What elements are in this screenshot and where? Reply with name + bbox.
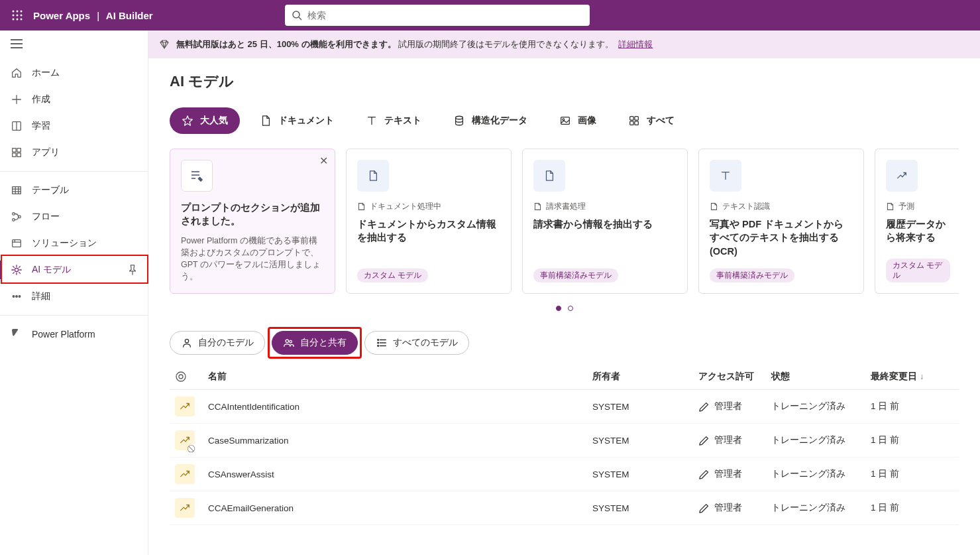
grid-icon [628,115,640,127]
pin-icon[interactable] [127,264,138,276]
table-row[interactable]: CSAnswerAssist SYSTEM 管理者 トレーニング済み 1 日 前 [170,458,959,491]
table-row[interactable]: CCAEmailGeneration SYSTEM 管理者 トレーニング済み 1… [170,491,959,525]
card-category: テキスト認識 [710,201,853,212]
cell-modified: 1 日 前 [871,502,970,514]
card-tag: 事前構築済みモデル [533,269,618,282]
svg-point-9 [293,11,299,18]
nav-item-solution[interactable]: ソリューション [0,230,148,257]
svg-point-45 [456,116,463,119]
search-input[interactable] [307,10,583,21]
category-pill-star[interactable]: 大人気 [170,107,240,134]
nav-item-flow[interactable]: フロー [0,204,148,230]
svg-rect-48 [630,117,633,120]
chip-label: 自分と共有 [300,337,347,349]
model-card[interactable]: ドキュメント処理中ドキュメントからカスタム情報を抽出するカスタム モデル [346,149,512,294]
cell-owner: SYSTEM [592,469,698,479]
table-row[interactable]: CaseSummarization SYSTEM 管理者 トレーニング済み 1 … [170,424,959,458]
nav-power-platform[interactable]: Power Platform [0,321,148,347]
global-search[interactable] [285,5,590,26]
image-icon [559,115,571,127]
nav-toggle[interactable] [0,31,148,57]
svg-line-39 [19,273,21,274]
nav-item-more[interactable]: 詳細 [0,283,148,310]
banner-link[interactable]: 詳細情報 [618,39,653,49]
card-type-icon [533,160,565,192]
app-launcher-icon[interactable] [7,5,28,26]
svg-line-38 [13,267,15,268]
card-title: プロンプトのセクションが追加されました。 [181,201,324,228]
svg-rect-18 [13,149,16,152]
category-pill-image[interactable]: 画像 [547,107,608,134]
model-card[interactable]: 請求書処理請求書から情報を抽出する事前構築済みモデル [522,149,688,294]
svg-rect-51 [635,121,638,125]
svg-line-40 [19,267,21,268]
svg-point-57 [290,340,292,343]
col-owner[interactable]: 所有者 [592,371,698,383]
svg-line-10 [299,17,301,20]
promo-card[interactable]: ✕プロンプトのセクションが追加されました。Power Platform の機能で… [170,149,335,294]
col-permission[interactable]: アクセス許可 [698,371,771,383]
table-row[interactable]: CCAIntentIdentification SYSTEM 管理者 トレーニン… [170,390,959,424]
nav-item-plus[interactable]: 作成 [0,86,148,113]
type-column-icon[interactable] [175,371,208,383]
svg-point-55 [185,339,188,343]
filter-chip-people[interactable]: 自分と共有 [272,331,358,355]
svg-point-3 [13,15,15,17]
prompt-icon [181,160,213,192]
model-card[interactable]: テキスト認識写真や PDF ドキュメントからすべてのテキストを抽出する (OCR… [698,149,864,294]
nav-item-apps[interactable]: アプリ [0,139,148,166]
pager-dot[interactable] [568,306,573,311]
category-pill-db[interactable]: 構造化データ [441,107,539,134]
svg-rect-30 [13,240,21,247]
svg-point-63 [378,345,379,347]
model-card[interactable]: 予測履歴データから将来するカスタム モデル [875,149,959,294]
page-title: AI モデル [170,72,959,92]
card-title: 履歴データから将来する [886,217,950,245]
category-pill-doc[interactable]: ドキュメント [248,107,346,134]
col-status[interactable]: 状態 [771,371,871,383]
filter-chip-person[interactable]: 自分のモデル [170,331,265,355]
svg-rect-22 [13,187,21,194]
svg-point-64 [176,372,186,381]
nav-item-book[interactable]: 学習 [0,113,148,139]
people-icon [283,337,295,349]
nav-item-ai[interactable]: AI モデル [0,257,148,283]
search-icon [292,10,302,21]
svg-point-2 [21,11,23,13]
col-modified[interactable]: 最終変更日↓ [871,371,970,383]
nav-item-table[interactable]: テーブル [0,177,148,204]
cell-status: トレーニング済み [771,401,871,412]
svg-point-6 [13,19,15,21]
app-title: Power Apps | AI Builder [33,10,153,21]
card-type-icon [886,160,918,192]
app-name[interactable]: Power Apps [33,10,90,21]
filter-chip-list[interactable]: すべてのモデル [364,331,469,355]
cell-modified: 1 日 前 [871,468,970,480]
svg-point-43 [16,296,18,298]
svg-line-41 [13,273,15,274]
app-section[interactable]: AI Builder [106,10,153,21]
nav-item-home[interactable]: ホーム [0,60,148,86]
cell-name: CCAEmailGeneration [208,503,592,513]
cell-permission: 管理者 [698,401,771,412]
category-pill-grid[interactable]: すべて [616,107,686,134]
sort-desc-icon: ↓ [920,372,924,381]
pager-dot[interactable] [556,306,561,311]
model-type-icon [175,430,195,450]
svg-rect-21 [17,153,21,156]
svg-rect-19 [17,149,21,152]
banner-text-bold: 無料試用版はあと 25 日、100% の機能を利用できます。 [176,39,396,49]
col-name[interactable]: 名前 [208,371,592,383]
nav-label: Power Platform [32,329,138,339]
svg-rect-50 [630,121,633,125]
card-category: ドキュメント処理中 [357,201,500,212]
svg-point-62 [378,342,379,343]
close-icon[interactable]: ✕ [319,154,328,167]
apps-icon [9,145,24,160]
model-filter-chips: 自分のモデル自分と共有すべてのモデル [170,331,959,355]
db-icon [453,115,465,127]
card-title: 写真や PDF ドキュメントからすべてのテキストを抽出する (OCR) [710,217,853,258]
category-pill-text[interactable]: テキスト [354,107,433,134]
table-header: 名前 所有者 アクセス許可 状態 最終変更日↓ [170,364,959,390]
cell-status: トレーニング済み [771,502,871,514]
